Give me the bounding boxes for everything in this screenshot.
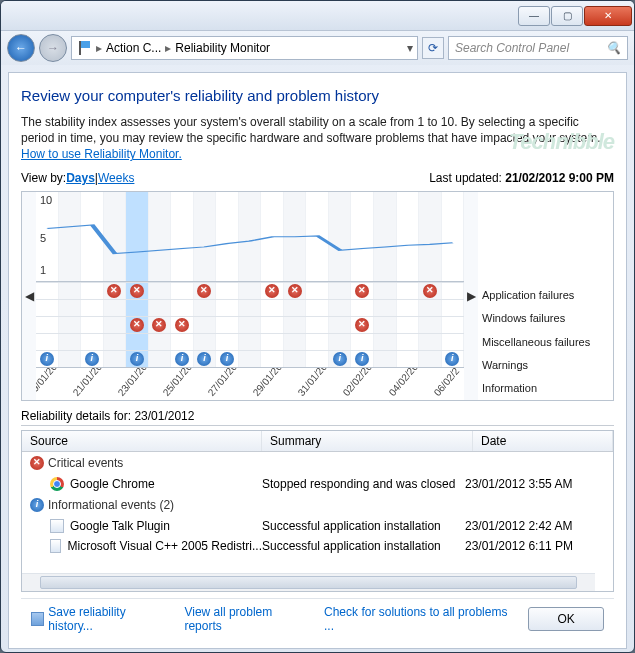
reliability-chart: ◀ 10 5 1 ✕✕✕✕✕✕✕✕✕✕✕iiiiiiiii 19/01/2012…	[21, 191, 614, 401]
titlebar: — ▢ ✕	[1, 1, 634, 31]
details-table: Source Summary Date ✕ Critical events Go…	[21, 430, 614, 592]
col-summary[interactable]: Summary	[262, 431, 473, 451]
view-reports-link[interactable]: View all problem reports	[184, 605, 306, 633]
legend-windows-failures: Windows failures	[478, 307, 613, 330]
info-icon: i	[175, 352, 189, 366]
save-history-link[interactable]: Save reliability history...	[31, 605, 166, 633]
reliability-monitor-window: — ▢ ✕ ← → ▸ Action C... ▸ Reliability Mo…	[0, 0, 635, 653]
refresh-button[interactable]: ⟳	[422, 37, 444, 59]
event-grid[interactable]: ✕✕✕✕✕✕✕✕✕✕✕iiiiiiiii	[36, 282, 464, 368]
error-icon: ✕	[355, 284, 369, 298]
table-body: ✕ Critical events Google Chrome Stopped …	[22, 452, 613, 573]
ytick: 10	[40, 194, 52, 206]
legend-app-failures: Application failures	[478, 284, 613, 307]
col-date[interactable]: Date	[473, 431, 613, 451]
chevron-right-icon: ▸	[163, 41, 173, 55]
chrome-icon	[50, 477, 64, 491]
page-description: The stability index assesses your system…	[21, 114, 614, 163]
chevron-right-icon: ▸	[94, 41, 104, 55]
table-header: Source Summary Date	[22, 431, 613, 452]
col-source[interactable]: Source	[22, 431, 262, 451]
app-icon	[50, 539, 61, 553]
error-icon: ✕	[152, 318, 166, 332]
view-days-link[interactable]: Days	[66, 171, 95, 185]
ytick: 1	[40, 264, 46, 276]
legend-warnings: Warnings	[478, 353, 613, 376]
table-row[interactable]: Google Chrome Stopped responding and was…	[22, 474, 613, 494]
table-row[interactable]: Google Talk Plugin Successful applicatio…	[22, 516, 613, 536]
error-icon: ✕	[130, 284, 144, 298]
info-icon: i	[333, 352, 347, 366]
info-icon: i	[355, 352, 369, 366]
help-link[interactable]: How to use Reliability Monitor.	[21, 147, 182, 161]
breadcrumb[interactable]: ▸ Action C... ▸ Reliability Monitor ▾	[71, 36, 418, 60]
details-header: Reliability details for: 23/01/2012	[21, 409, 614, 426]
error-icon: ✕	[30, 456, 44, 470]
viewby-label: View by:	[21, 171, 66, 185]
navbar: ← → ▸ Action C... ▸ Reliability Monitor …	[1, 31, 634, 65]
info-icon: i	[130, 352, 144, 366]
save-icon	[31, 612, 44, 626]
forward-button[interactable]: →	[39, 34, 67, 62]
search-icon: 🔍	[606, 41, 621, 55]
error-icon: ✕	[265, 284, 279, 298]
ok-button[interactable]: OK	[528, 607, 604, 631]
info-icon: i	[445, 352, 459, 366]
group-info[interactable]: i Informational events (2)	[22, 494, 613, 516]
view-row: View by: Days | Weeks Last updated: 21/0…	[21, 171, 614, 185]
search-input[interactable]: Search Control Panel 🔍	[448, 36, 628, 60]
info-icon: i	[30, 498, 44, 512]
chart-legend: Application failures Windows failures Mi…	[478, 192, 613, 400]
back-button[interactable]: ←	[7, 34, 35, 62]
maximize-button[interactable]: ▢	[551, 6, 583, 26]
footer: Save reliability history... View all pro…	[21, 598, 614, 638]
minimize-button[interactable]: —	[518, 6, 550, 26]
legend-information: Information	[478, 376, 613, 399]
close-button[interactable]: ✕	[584, 6, 632, 26]
page-title: Review your computer's reliability and p…	[21, 87, 614, 104]
dropdown-icon[interactable]: ▾	[407, 41, 413, 55]
ytick: 5	[40, 232, 46, 244]
breadcrumb-item[interactable]: Action C...	[106, 41, 161, 55]
search-placeholder: Search Control Panel	[455, 41, 569, 55]
error-icon: ✕	[288, 284, 302, 298]
date-axis: 19/01/201221/01/201223/01/201225/01/2012…	[36, 368, 464, 400]
check-solutions-link[interactable]: Check for solutions to all problems ...	[324, 605, 510, 633]
error-icon: ✕	[107, 284, 121, 298]
error-icon: ✕	[197, 284, 211, 298]
error-icon: ✕	[423, 284, 437, 298]
last-updated-value: 21/02/2012 9:00 PM	[505, 171, 614, 185]
horizontal-scrollbar[interactable]	[22, 573, 595, 591]
info-icon: i	[40, 352, 54, 366]
trend-area[interactable]: 10 5 1	[36, 192, 464, 282]
legend-misc-failures: Miscellaneous failures	[478, 330, 613, 353]
breadcrumb-item[interactable]: Reliability Monitor	[175, 41, 270, 55]
content-pane: Technibble Review your computer's reliab…	[8, 72, 627, 649]
chart-prev-button[interactable]: ◀	[22, 192, 36, 400]
app-icon	[50, 519, 64, 533]
group-critical[interactable]: ✕ Critical events	[22, 452, 613, 474]
info-icon: i	[220, 352, 234, 366]
info-icon: i	[85, 352, 99, 366]
flag-icon	[76, 40, 92, 56]
table-row[interactable]: Microsoft Visual C++ 2005 Redistri... Su…	[22, 536, 613, 556]
error-icon: ✕	[175, 318, 189, 332]
view-weeks-link[interactable]: Weeks	[98, 171, 134, 185]
error-icon: ✕	[130, 318, 144, 332]
error-icon: ✕	[355, 318, 369, 332]
info-icon: i	[197, 352, 211, 366]
last-updated-label: Last updated:	[429, 171, 505, 185]
chart-next-button[interactable]: ▶	[464, 192, 478, 400]
